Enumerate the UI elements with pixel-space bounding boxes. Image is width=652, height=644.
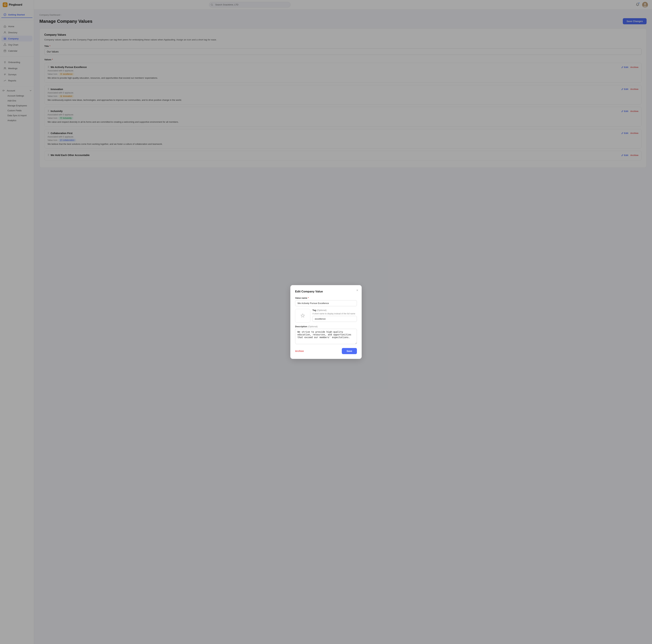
modal-save-button[interactable]: Save	[342, 348, 357, 354]
modal-tag-sub: A short name to display instead of the f…	[313, 312, 357, 315]
modal-value-name-required: *	[308, 297, 309, 299]
modal-close-button[interactable]: ×	[356, 288, 358, 292]
modal-description-row: Description (Optional) We strive to prov…	[295, 325, 357, 344]
icon-picker[interactable]	[295, 309, 310, 323]
star-outline-icon	[300, 313, 305, 318]
icon-tag-section: Tag (Optional) A short name to display i…	[295, 309, 357, 323]
modal-description-textarea[interactable]: We strive to provide high-quality educat…	[295, 329, 357, 344]
modal-desc-label-text: Description	[295, 325, 307, 328]
modal-desc-optional: (Optional)	[308, 325, 318, 328]
modal-tag-optional: (Optional)	[317, 309, 327, 311]
modal-tag-label: Tag (Optional)	[313, 309, 357, 311]
modal-value-name-label: Value name *	[295, 297, 357, 299]
modal-footer: Archive Save	[295, 348, 357, 354]
modal-archive-button[interactable]: Archive	[295, 350, 304, 353]
modal-tag-input[interactable]	[313, 316, 357, 322]
modal-title: Edit Company Value	[295, 290, 357, 293]
edit-value-modal: Edit Company Value × Value name * Tag (O…	[290, 285, 362, 359]
modal-value-name-label-text: Value name	[295, 297, 307, 299]
modal-description-label: Description (Optional)	[295, 325, 357, 328]
tag-section: Tag (Optional) A short name to display i…	[313, 309, 357, 322]
modal-value-name-input[interactable]	[295, 300, 357, 306]
modal-value-name-row: Value name *	[295, 297, 357, 306]
modal-overlay[interactable]: Edit Company Value × Value name * Tag (O…	[0, 0, 652, 644]
modal-tag-label-text: Tag	[313, 309, 316, 311]
